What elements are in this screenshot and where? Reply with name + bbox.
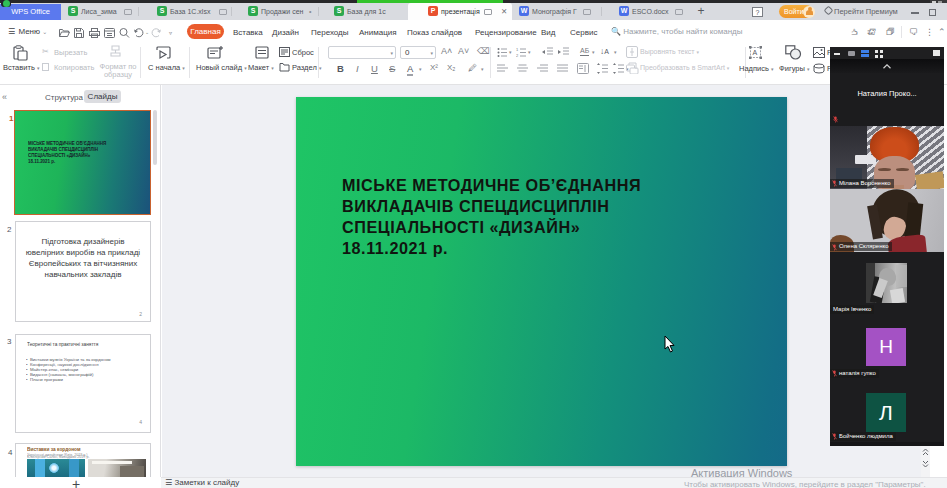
svg-text:A: A xyxy=(753,49,758,56)
svg-text:1: 1 xyxy=(516,47,519,52)
svg-text:2: 2 xyxy=(516,53,519,57)
